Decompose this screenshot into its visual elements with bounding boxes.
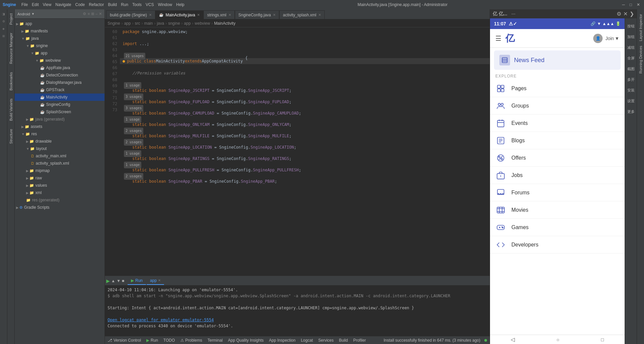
menu-item-groups[interactable]: Groups [490, 97, 625, 115]
menu-view[interactable]: View [43, 2, 51, 7]
run-tab-run[interactable]: ▶ Run [128, 277, 146, 285]
menu-run[interactable]: Run [121, 2, 128, 7]
menu-item-movies[interactable]: Movies [490, 201, 625, 219]
tree-item-res-generated[interactable]: 📁 res (generated) [15, 196, 105, 204]
hamburger-icon[interactable]: ☰ [495, 34, 501, 42]
breadcrumb-app[interactable]: app [124, 21, 131, 26]
chevron-down-icon[interactable]: ▾ [32, 12, 34, 16]
structure-label[interactable]: Structure [9, 128, 13, 145]
emu-close-icon[interactable]: ✕ [623, 11, 628, 17]
menu-item-forums[interactable]: Forums [490, 184, 625, 201]
tab-activity-splash-close[interactable]: ✕ [318, 13, 321, 17]
layout-icon[interactable]: ≡ [88, 12, 90, 16]
tree-item-activity-main[interactable]: 🗋 activity_main.xml [15, 152, 105, 160]
terminal-status[interactable]: Terminal [207, 338, 222, 343]
build-status[interactable]: Build [339, 338, 348, 343]
home-icon[interactable]: ○ [556, 337, 559, 342]
menu-edit[interactable]: Edit [32, 2, 39, 7]
tab-sngine-config[interactable]: SngineConfig.java ✕ [235, 10, 279, 19]
tree-item-gradle[interactable]: ▶ ⚙ Gradle Scripts [15, 204, 105, 211]
tab-build-gradle[interactable]: build.gradle (Sngine) ✕ [106, 10, 155, 19]
run-up-icon[interactable]: ▲ [111, 279, 115, 283]
news-feed-item[interactable]: News Feed [494, 50, 621, 70]
tree-item-assets[interactable]: ▶ 📁 assets [15, 123, 105, 130]
code-content[interactable]: package sngine.app.webview; import ...; … [120, 27, 490, 276]
menu-item-pages[interactable]: Pages [490, 80, 625, 97]
back-icon[interactable]: ◁ [511, 336, 515, 343]
menu-item-offers[interactable]: Offers [490, 149, 625, 167]
tree-item-apprate[interactable]: ☕ AppRate.java [15, 64, 105, 71]
cn-btn-8[interactable]: 设置 [625, 96, 637, 106]
tree-item-dialogmanager[interactable]: ☕ DialogManager.java [15, 79, 105, 86]
menu-item-blogs[interactable]: Blogs [490, 132, 625, 149]
left-strip-icon-2[interactable]: ⚙ [0, 18, 7, 25]
breadcrumb-sngine2[interactable]: sngine [168, 21, 180, 26]
cn-btn-7[interactable]: 安装 [625, 85, 637, 95]
build-variants-label[interactable]: Build Variants [9, 97, 13, 122]
maximize-button[interactable]: □ [628, 2, 633, 7]
android-dropdown[interactable]: Android [17, 12, 30, 16]
cn-btn-6[interactable]: 多开 [625, 74, 637, 84]
breadcrumb-src[interactable]: src [135, 21, 140, 26]
tab-sngine-config-close[interactable]: ✕ [273, 13, 276, 17]
run-line-6[interactable]: Open logcat panel for emulator emulator-… [108, 317, 487, 323]
menu-item-developers[interactable]: Developers [490, 236, 625, 253]
avatar[interactable]: 👤 [593, 34, 603, 43]
emu-icon-1[interactable]: ⋯ [511, 12, 515, 16]
running-devices-label[interactable]: Running Devices [639, 44, 643, 75]
tree-item-mipmap[interactable]: ▶ 📁 mipmap [15, 167, 105, 174]
logcat-status[interactable]: Logcat [301, 338, 313, 343]
tree-item-app2[interactable]: ▼ 📁 app [15, 49, 105, 57]
tree-item-mainactivity[interactable]: ☕ MainActivity [15, 94, 105, 101]
minimize-button[interactable]: ─ [621, 2, 626, 7]
menu-item-events[interactable]: Events [490, 115, 625, 132]
run-tab-close[interactable]: ✕ [158, 279, 161, 282]
run-play-icon[interactable]: ▶ [106, 278, 110, 284]
problems-status[interactable]: ⚠ Problems [180, 338, 202, 343]
expand-icon[interactable]: ⊞ [91, 12, 94, 16]
tree-item-drawable[interactable]: ▶ 📁 drawable [15, 138, 105, 145]
tree-item-sngine[interactable]: ▼ 📁 sngine [15, 42, 105, 49]
app-inspection-status[interactable]: App Inspection [269, 338, 295, 343]
menu-help[interactable]: Help [176, 2, 184, 7]
tree-item-values[interactable]: ▶ 📁 values [15, 182, 105, 189]
tab-main-activity[interactable]: ☕ MainActivity.java ✕ [155, 10, 203, 19]
close-panel-icon[interactable]: ✕ [99, 12, 102, 16]
emu-settings-icon[interactable]: ⚙ [617, 11, 621, 17]
menu-navigate[interactable]: Navigate [55, 2, 71, 7]
menu-tools[interactable]: Tools [132, 2, 142, 7]
profiler-status[interactable]: Profiler [353, 338, 366, 343]
cn-btn-5[interactable]: 截图 [625, 64, 637, 74]
sync-status[interactable] [484, 339, 487, 342]
tree-item-java-generated[interactable]: ▶ 📁 java (generated) [15, 116, 105, 123]
code-editor[interactable]: 60 61 62 63 64 65 66 67 68 69 70 71 72 7… [105, 27, 490, 276]
run-tab-app[interactable]: app ✕ [147, 277, 164, 285]
cn-btn-1[interactable]: 按钮 [625, 21, 637, 31]
breadcrumb-main[interactable]: main [144, 21, 153, 26]
menu-item-jobs[interactable]: Jobs [490, 167, 625, 184]
tab-strings-close[interactable]: ✕ [228, 13, 231, 17]
join-button[interactable]: Join ▼ [605, 36, 619, 41]
tab-strings[interactable]: strings.xml ✕ [203, 10, 234, 19]
cn-btn-9[interactable]: 更多 [625, 107, 637, 117]
tree-item-java[interactable]: ▼ 📁 java [15, 35, 105, 42]
menu-window[interactable]: Window [158, 2, 172, 7]
left-strip-icon-4[interactable]: ⊞ [0, 33, 7, 39]
menu-file[interactable]: File [21, 2, 28, 7]
breadcrumb-java[interactable]: java [157, 21, 164, 26]
menu-item-games[interactable]: Games [490, 219, 625, 236]
menu-refactor[interactable]: Refactor [89, 2, 104, 7]
tree-item-activity-splash[interactable]: 🗋 activity_splash.xml [15, 160, 105, 167]
cn-btn-4[interactable]: 全屏 [625, 53, 637, 63]
project-label[interactable]: Project [9, 12, 13, 26]
collapse-icon[interactable]: – [96, 12, 98, 16]
settings-icon[interactable]: ⚙ [83, 12, 86, 16]
tree-item-detectconnection[interactable]: ☕ DetectConnection [15, 71, 105, 79]
tree-item-splashscreen[interactable]: ☕ SplashScreen [15, 108, 105, 116]
close-button[interactable]: ✕ [635, 2, 641, 7]
left-strip-icon-3[interactable]: ◈ [0, 25, 7, 32]
menu-build[interactable]: Build [108, 2, 117, 7]
breadcrumb-sngine[interactable]: Sngine [108, 21, 120, 26]
menu-code[interactable]: Code [75, 2, 85, 7]
cn-btn-3[interactable]: 减组 [625, 42, 637, 52]
